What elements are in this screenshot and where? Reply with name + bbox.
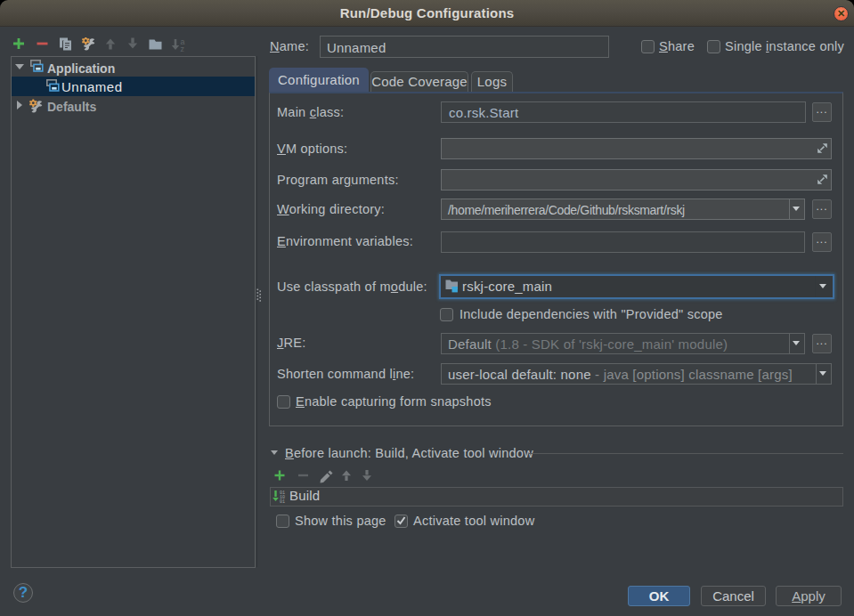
svg-text:z: z (181, 45, 185, 53)
svg-text:01: 01 (280, 499, 285, 503)
